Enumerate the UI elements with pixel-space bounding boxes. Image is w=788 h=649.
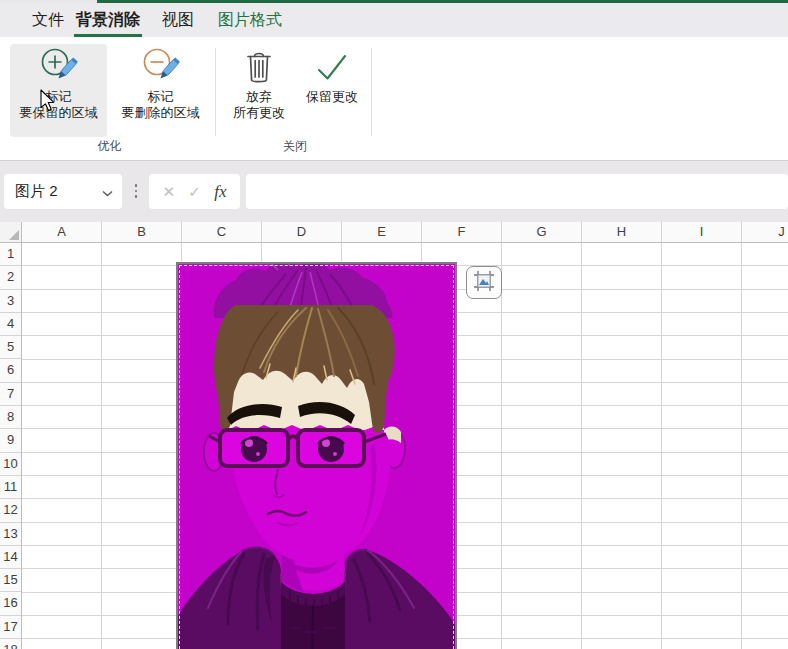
group-label-optimize: 优化	[10, 138, 209, 156]
button-label: 标记	[46, 89, 72, 105]
row-header-8[interactable]: 8	[0, 406, 21, 429]
row-header-2[interactable]: 2	[0, 266, 21, 289]
row-header-11[interactable]: 11	[0, 476, 21, 499]
column-header-J[interactable]: J	[742, 222, 788, 242]
row-header-3[interactable]: 3	[0, 290, 21, 313]
row-header-16[interactable]: 16	[0, 592, 21, 615]
keep-changes-button[interactable]: 保留更改	[296, 44, 368, 137]
column-header-G[interactable]: G	[502, 222, 582, 242]
row-header-9[interactable]: 9	[0, 429, 21, 452]
column-header-B[interactable]: B	[102, 222, 182, 242]
column-headers: ABCDEFGHIJ	[0, 222, 788, 243]
formula-bar-separator-dots	[132, 178, 140, 204]
column-header-A[interactable]: A	[22, 222, 102, 242]
avatar-picture	[178, 264, 455, 649]
row-header-7[interactable]: 7	[0, 383, 21, 406]
row-header-13[interactable]: 13	[0, 523, 21, 546]
row-header-5[interactable]: 5	[0, 336, 21, 359]
column-header-E[interactable]: E	[342, 222, 422, 242]
ribbon: 标记 要保留的区域 标记 要删除的区域	[0, 37, 788, 161]
button-label: 保留更改	[306, 89, 358, 105]
name-box-value: 图片 2	[4, 182, 102, 201]
insert-function-icon[interactable]: fx	[214, 182, 226, 202]
row-header-12[interactable]: 12	[0, 499, 21, 522]
pencil-plus-circle-icon	[39, 47, 79, 87]
tab-background-removal[interactable]: 背景消除	[74, 3, 142, 37]
row-header-4[interactable]: 4	[0, 313, 21, 336]
cancel-icon[interactable]: ✕	[162, 183, 175, 201]
row-header-10[interactable]: 10	[0, 453, 21, 476]
trash-icon	[239, 47, 279, 87]
column-header-H[interactable]: H	[582, 222, 662, 242]
row-headers: 123456789101112131415161718	[0, 243, 22, 649]
ribbon-tab-bar: 文件 背景消除 视图 图片格式	[0, 3, 788, 37]
tab-file[interactable]: 文件	[30, 3, 66, 37]
tab-picture-format[interactable]: 图片格式	[216, 3, 284, 37]
pencil-minus-circle-icon	[141, 47, 181, 87]
enter-icon[interactable]: ✓	[188, 183, 201, 201]
row-header-17[interactable]: 17	[0, 616, 21, 639]
group-divider	[215, 48, 216, 136]
app-window: 文件 背景消除 视图 图片格式 标记 要保留的区域	[0, 0, 788, 649]
column-header-C[interactable]: C	[182, 222, 262, 242]
button-label: 要保留的区域	[20, 105, 98, 121]
row-header-18[interactable]: 18	[0, 639, 21, 649]
row-header-15[interactable]: 15	[0, 569, 21, 592]
group-divider	[371, 48, 372, 136]
tab-view[interactable]: 视图	[160, 3, 196, 37]
row-header-1[interactable]: 1	[0, 243, 21, 266]
mark-areas-to-keep-button[interactable]: 标记 要保留的区域	[10, 44, 107, 137]
select-all-corner[interactable]	[0, 222, 22, 242]
layout-options-picture-icon	[473, 270, 495, 296]
check-icon	[312, 47, 352, 87]
formula-bar: 图片 2 ✕ ✓ fx	[0, 161, 788, 222]
button-label: 所有更改	[233, 105, 285, 121]
column-header-D[interactable]: D	[262, 222, 342, 242]
row-header-6[interactable]: 6	[0, 359, 21, 382]
selected-picture[interactable]	[176, 262, 457, 649]
column-header-I[interactable]: I	[662, 222, 742, 242]
button-label: 标记	[148, 89, 174, 105]
formula-controls: ✕ ✓ fx	[149, 174, 240, 209]
formula-input[interactable]	[246, 174, 788, 209]
picture-options-button[interactable]	[466, 266, 502, 299]
chevron-down-icon[interactable]	[102, 183, 113, 201]
mark-areas-to-remove-button[interactable]: 标记 要删除的区域	[112, 44, 209, 137]
column-header-F[interactable]: F	[422, 222, 502, 242]
button-label: 要删除的区域	[122, 105, 200, 121]
group-label-close: 关闭	[222, 138, 368, 156]
discard-all-changes-button[interactable]: 放弃 所有更改	[222, 44, 296, 137]
name-box[interactable]: 图片 2	[4, 174, 122, 209]
row-header-14[interactable]: 14	[0, 546, 21, 569]
button-label: 放弃	[246, 89, 272, 105]
